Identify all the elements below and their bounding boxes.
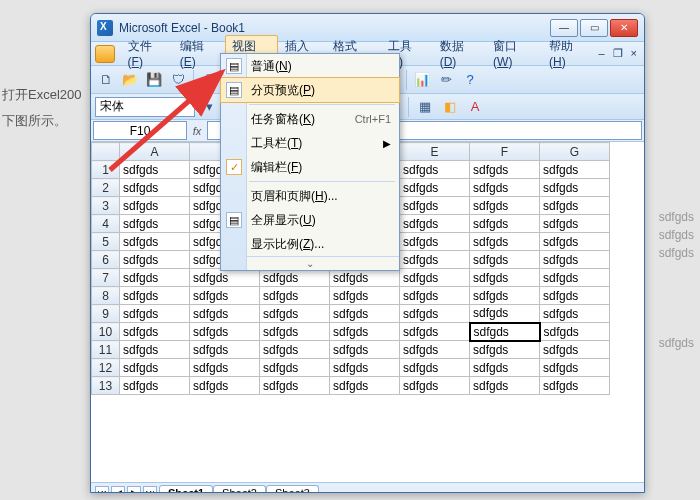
menu-d[interactable]: 数据(D) bbox=[433, 35, 486, 72]
close-button[interactable]: ✕ bbox=[610, 19, 638, 37]
cell-C13[interactable]: sdfgds bbox=[260, 377, 330, 395]
cell-D10[interactable]: sdfgds bbox=[330, 323, 400, 341]
column-header-A[interactable]: A bbox=[120, 143, 190, 161]
view-menu-item-4[interactable]: ✓编辑栏(F) bbox=[221, 155, 399, 179]
cell-A6[interactable]: sdfgds bbox=[120, 251, 190, 269]
view-menu-item-3[interactable]: 工具栏(T)▶ bbox=[221, 131, 399, 155]
cell-A2[interactable]: sdfgds bbox=[120, 179, 190, 197]
view-menu-item-1[interactable]: ▤分页预览(P) bbox=[221, 78, 399, 102]
cell-E6[interactable]: sdfgds bbox=[400, 251, 470, 269]
open-icon[interactable]: 📂 bbox=[119, 69, 141, 91]
view-menu-item-5[interactable]: 页眉和页脚(H)... bbox=[221, 184, 399, 208]
cell-C12[interactable]: sdfgds bbox=[260, 359, 330, 377]
cell-F7[interactable]: sdfgds bbox=[470, 269, 540, 287]
cell-G4[interactable]: sdfgds bbox=[540, 215, 610, 233]
cell-A5[interactable]: sdfgds bbox=[120, 233, 190, 251]
minimize-button[interactable]: — bbox=[550, 19, 578, 37]
row-header-5[interactable]: 5 bbox=[92, 233, 120, 251]
cell-C7[interactable]: sdfgds bbox=[260, 269, 330, 287]
column-header-G[interactable]: G bbox=[540, 143, 610, 161]
sheet-tab-sheet1[interactable]: Sheet1 bbox=[159, 485, 213, 494]
chevron-down-icon[interactable]: ▾ bbox=[198, 96, 220, 118]
cell-F12[interactable]: sdfgds bbox=[470, 359, 540, 377]
cell-D12[interactable]: sdfgds bbox=[330, 359, 400, 377]
cell-G6[interactable]: sdfgds bbox=[540, 251, 610, 269]
row-header-7[interactable]: 7 bbox=[92, 269, 120, 287]
row-header-11[interactable]: 11 bbox=[92, 341, 120, 359]
cell-E13[interactable]: sdfgds bbox=[400, 377, 470, 395]
doc-close-button[interactable]: × bbox=[628, 47, 640, 60]
help-icon[interactable]: ? bbox=[459, 69, 481, 91]
cell-D8[interactable]: sdfgds bbox=[330, 287, 400, 305]
cell-C11[interactable]: sdfgds bbox=[260, 341, 330, 359]
drawing-icon[interactable]: ✏ bbox=[435, 69, 457, 91]
doc-minimize-button[interactable]: – bbox=[595, 47, 607, 60]
cell-D7[interactable]: sdfgds bbox=[330, 269, 400, 287]
doc-restore-button[interactable]: ❐ bbox=[610, 47, 626, 60]
fill-color-icon[interactable]: ◧ bbox=[439, 96, 461, 118]
print-icon[interactable]: 🖶 bbox=[198, 69, 220, 91]
view-menu-item-7[interactable]: 显示比例(Z)... bbox=[221, 232, 399, 256]
maximize-button[interactable]: ▭ bbox=[580, 19, 608, 37]
row-header-3[interactable]: 3 bbox=[92, 197, 120, 215]
row-header-12[interactable]: 12 bbox=[92, 359, 120, 377]
cell-B8[interactable]: sdfgds bbox=[190, 287, 260, 305]
fx-icon[interactable]: fx bbox=[187, 120, 207, 141]
cell-F6[interactable]: sdfgds bbox=[470, 251, 540, 269]
save-icon[interactable]: 💾 bbox=[143, 69, 165, 91]
menu-w[interactable]: 窗口(W) bbox=[486, 35, 542, 72]
borders-icon[interactable]: ▦ bbox=[414, 96, 436, 118]
select-all-corner[interactable] bbox=[92, 143, 120, 161]
column-header-E[interactable]: E bbox=[400, 143, 470, 161]
cell-A4[interactable]: sdfgds bbox=[120, 215, 190, 233]
cell-G7[interactable]: sdfgds bbox=[540, 269, 610, 287]
name-box[interactable]: F10 bbox=[93, 121, 187, 140]
cell-A9[interactable]: sdfgds bbox=[120, 305, 190, 323]
cell-G11[interactable]: sdfgds bbox=[540, 341, 610, 359]
cell-E11[interactable]: sdfgds bbox=[400, 341, 470, 359]
font-color-icon[interactable]: A bbox=[464, 96, 486, 118]
view-menu-item-6[interactable]: ▤全屏显示(U) bbox=[221, 208, 399, 232]
view-menu-item-2[interactable]: 任务窗格(K)Ctrl+F1 bbox=[221, 107, 399, 131]
cell-E7[interactable]: sdfgds bbox=[400, 269, 470, 287]
cell-A12[interactable]: sdfgds bbox=[120, 359, 190, 377]
font-name-box[interactable]: 宋体 bbox=[95, 97, 195, 117]
cell-B10[interactable]: sdfgds bbox=[190, 323, 260, 341]
row-header-6[interactable]: 6 bbox=[92, 251, 120, 269]
cell-F2[interactable]: sdfgds bbox=[470, 179, 540, 197]
column-header-F[interactable]: F bbox=[470, 143, 540, 161]
row-header-8[interactable]: 8 bbox=[92, 287, 120, 305]
cell-E3[interactable]: sdfgds bbox=[400, 197, 470, 215]
row-header-4[interactable]: 4 bbox=[92, 215, 120, 233]
cell-G9[interactable]: sdfgds bbox=[540, 305, 610, 323]
cell-F8[interactable]: sdfgds bbox=[470, 287, 540, 305]
tab-prev-icon[interactable]: ◀ bbox=[111, 486, 125, 494]
cell-B12[interactable]: sdfgds bbox=[190, 359, 260, 377]
cell-C10[interactable]: sdfgds bbox=[260, 323, 330, 341]
cell-E4[interactable]: sdfgds bbox=[400, 215, 470, 233]
row-header-9[interactable]: 9 bbox=[92, 305, 120, 323]
cell-G3[interactable]: sdfgds bbox=[540, 197, 610, 215]
cell-F3[interactable]: sdfgds bbox=[470, 197, 540, 215]
cell-G2[interactable]: sdfgds bbox=[540, 179, 610, 197]
cell-A1[interactable]: sdfgds bbox=[120, 161, 190, 179]
menu-e[interactable]: 编辑(E) bbox=[173, 35, 226, 72]
row-header-2[interactable]: 2 bbox=[92, 179, 120, 197]
new-icon[interactable]: 🗋 bbox=[95, 69, 117, 91]
cell-A10[interactable]: sdfgds bbox=[120, 323, 190, 341]
cell-D11[interactable]: sdfgds bbox=[330, 341, 400, 359]
cell-G5[interactable]: sdfgds bbox=[540, 233, 610, 251]
office-button[interactable] bbox=[95, 45, 115, 63]
tab-next-icon[interactable]: ▶ bbox=[127, 486, 141, 494]
cell-A13[interactable]: sdfgds bbox=[120, 377, 190, 395]
cell-E2[interactable]: sdfgds bbox=[400, 179, 470, 197]
cell-A7[interactable]: sdfgds bbox=[120, 269, 190, 287]
cell-G10[interactable]: sdfgds bbox=[540, 323, 610, 341]
menu-f[interactable]: 文件(F) bbox=[121, 35, 173, 72]
menu-h[interactable]: 帮助(H) bbox=[542, 35, 595, 72]
cell-B9[interactable]: sdfgds bbox=[190, 305, 260, 323]
cell-E9[interactable]: sdfgds bbox=[400, 305, 470, 323]
cell-F9[interactable]: sdfgds bbox=[470, 305, 540, 323]
menu-expand-chevron-icon[interactable]: ⌄ bbox=[221, 256, 399, 270]
cell-F5[interactable]: sdfgds bbox=[470, 233, 540, 251]
